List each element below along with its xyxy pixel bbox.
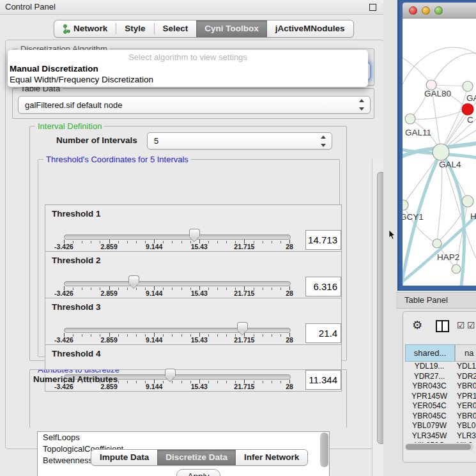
table-panel-header: Table Panel [396,292,476,309]
cell-name: YDL1 [454,362,476,372]
gear-icon[interactable]: ⚙ [412,319,422,331]
tab-infer-network[interactable]: Infer Network [236,450,307,465]
table-row[interactable]: YLR345W YLR3 [405,431,476,441]
tab-label: Select [163,21,188,36]
tab-discretize-data[interactable]: Discretize Data [157,450,236,465]
dropdown-option-equal-width[interactable]: Equal Width/Frequency Discretization [9,75,367,86]
combo-value: 5 [154,133,158,149]
threshold-value-field[interactable]: 6.316 [305,277,341,296]
network-node-h[interactable] [462,196,473,207]
table-data-group: Table Data galFiltered.sif default node [12,88,374,119]
apply-button[interactable]: Apply [176,469,220,476]
list-scrollbar[interactable] [320,433,328,467]
slider-handle[interactable] [165,369,176,376]
threshold-label: Threshold 4 [52,349,101,358]
table-row[interactable]: YDL19... YDL1 [405,362,476,372]
table-row[interactable]: YDR27... YDR2 [405,372,476,382]
tab-label: Cyni Toolbox [204,21,259,36]
node-label: GAL11 [405,128,431,137]
mac-close-icon[interactable] [409,6,417,15]
threshold-label: Threshold 3 [52,302,101,312]
combo-value: galFiltered.sif default node [25,96,122,113]
slider-track[interactable] [64,234,291,240]
tab-cyni-toolbox[interactable]: Cyni Toolbox [196,20,267,37]
tick-label: -3.426 [54,243,73,250]
tab-network[interactable]: Network [54,20,116,37]
float-window-icon[interactable] [369,4,376,11]
tick-label: 28 [286,336,293,344]
tick-label: 28 [286,289,293,297]
tab-label: Infer Network [244,450,299,464]
num-intervals-label: Number of Intervals [56,135,137,145]
cell-name: YPR1 [454,392,476,402]
tab-impute-data[interactable]: Impute Data [91,450,157,465]
network-node-gcy1[interactable] [403,200,408,210]
table-panel: ⚙ ☑ ☑ shared... na YDL19... YDL1 YDR27..… [403,311,476,463]
checkbox-icon[interactable]: ☑ [467,321,475,330]
node-label: GCY1 [403,212,424,222]
table-row[interactable]: YBR045C YBR0 [405,411,476,422]
table-row[interactable]: YER054C YER0 [405,401,476,411]
dropdown-option-manual-discretization[interactable]: Manual Discretization [9,64,367,75]
combo-spinner-icon [358,96,365,113]
slider-track[interactable] [64,281,291,286]
column-header-shared[interactable]: shared... [405,344,455,362]
network-node-gal11[interactable] [405,114,415,124]
threshold-rows: Threshold 1 -3.4262.8599.14415.4321.7152… [45,205,342,392]
threshold-value-field[interactable]: 21.4 [305,323,341,343]
tick-label: 21.715 [234,243,254,250]
network-canvas[interactable]: GAL80 GA C GAL11 GAL4 GCY1 H HAP2 [403,19,476,286]
slider-track[interactable] [64,328,291,333]
mac-zoom-icon[interactable] [434,6,443,15]
network-node-ga[interactable] [463,81,473,91]
slider-tick-labels: -3.4262.8599.14415.4321.71528 [45,289,341,297]
cell-name: YBR0 [454,411,476,422]
horizontal-scrollbar-thumb[interactable] [406,444,471,450]
slider-handle[interactable] [237,322,248,330]
table-row[interactable]: YBR043C YBR0 [405,381,476,392]
table-data-combobox[interactable]: galFiltered.sif default node [18,96,371,114]
node-label: GAL80 [424,89,451,98]
slider-handle[interactable] [128,275,139,283]
tick-label: 15.43 [191,336,208,344]
list-item[interactable]: SelfLoops [38,432,329,443]
node-label: C [467,115,473,125]
table-row[interactable]: YPR145W YPR1 [405,392,476,402]
slider-tick-labels: -3.4262.8599.14415.4321.71528 [45,243,341,250]
mac-minimize-icon[interactable] [422,6,430,15]
network-node-gal4[interactable] [433,144,449,160]
cell-shared-name: YDL19... [405,362,454,372]
tick-label: -3.426 [54,289,73,297]
slider-handle[interactable] [189,229,200,236]
column-header-name[interactable]: na [455,344,476,362]
columns-icon[interactable] [436,320,449,332]
cell-name: YIL0 [454,441,476,443]
threshold-label: Threshold 2 [52,256,101,265]
threshold-value-field[interactable]: 14.713 [305,230,341,250]
tab-select[interactable]: Select [155,20,197,37]
tick-label: -3.426 [54,336,73,344]
tab-style[interactable]: Style [116,20,153,37]
tab-jactivemnodules[interactable]: jActiveMNodules [267,20,353,37]
node-label: GA [466,93,476,103]
tab-label: Discretize Data [165,450,227,464]
tick-label: 2.859 [100,243,117,250]
tick-label: 28 [286,243,293,250]
threshold-row: Threshold 2 -3.4262.8599.14415.4321.7152… [45,251,342,298]
tick-label: 2.859 [100,289,117,297]
cell-name: YLR3 [454,431,476,441]
num-intervals-combobox[interactable]: 5 [147,132,332,150]
table-row[interactable]: YBL079W YBL0 [405,421,476,431]
network-node-hap2[interactable] [433,239,441,248]
table-panel-title: Table Panel [404,293,448,308]
table-row[interactable]: YIL052C YIL0 [405,441,476,443]
checkbox-icon[interactable]: ☑ [457,321,465,330]
network-window-titlebar[interactable] [403,3,476,19]
tick-label: 15.43 [191,243,208,250]
horizontal-scrollbar[interactable] [405,443,473,450]
group-title: Interval Definition [35,121,104,131]
network-node-red-selected[interactable] [462,104,473,115]
combo-spinner-icon [320,133,326,149]
threshold-row: Threshold 1 -3.4262.8599.14415.4321.7152… [45,204,342,252]
network-node-bottom[interactable] [452,265,461,273]
